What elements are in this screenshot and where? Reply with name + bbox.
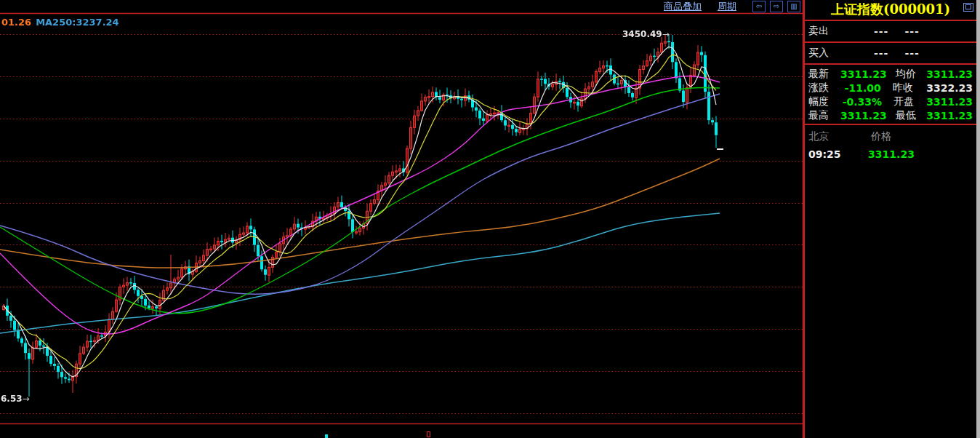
tape-price-header: 价格: [871, 130, 891, 143]
trading-app-window: 商品叠加 周期 ⇦ ⇨ ▥ 01.26MA250:3237.24 3450.49…: [0, 0, 980, 438]
sell-row: 卖出 --- ---: [805, 21, 976, 43]
open-label: 开盘: [893, 95, 926, 108]
split-window-icon[interactable]: ▥: [787, 1, 800, 12]
low-label: 最低: [896, 109, 926, 122]
open-value: 3311.23: [926, 96, 973, 108]
latest-value: 3311.23: [840, 68, 884, 80]
avg-price-value: 3311.23: [926, 68, 973, 80]
buy-value-1: ---: [874, 47, 888, 59]
buy-row: 买入 --- ---: [805, 43, 976, 65]
forward-arrow-icon[interactable]: ⇨: [770, 1, 783, 12]
tape-city-header: 北京: [808, 130, 871, 143]
window-edge-scrollbar[interactable]: [976, 0, 980, 438]
period-link[interactable]: 周期: [718, 0, 736, 13]
trough-price-label: 6.53→: [1, 394, 30, 404]
overlay-link[interactable]: 商品叠加: [664, 0, 702, 13]
maximize-icon[interactable]: [963, 3, 973, 12]
back-arrow-icon[interactable]: ⇦: [752, 1, 766, 12]
peak-price-label: 3450.49→: [622, 29, 670, 39]
quote-row: 最高 3311.23 最低 3311.23: [808, 108, 973, 122]
high-label: 最高: [808, 109, 840, 122]
instrument-title: 上证指数(000001): [805, 0, 976, 21]
tape-price: 3311.23: [862, 148, 920, 160]
change-value: -11.00: [843, 82, 881, 94]
sell-value-1: ---: [874, 25, 888, 37]
chart-toolbar: 商品叠加 周期 ⇦ ⇨ ▥: [0, 0, 803, 12]
low-value: 3311.23: [926, 110, 973, 122]
ma-indicator-readout: 01.26MA250:3237.24: [1, 17, 119, 28]
prev-close-value: 3322.23: [926, 82, 973, 94]
prev-close-label: 昨收: [893, 81, 926, 95]
ma250-value: MA250:3237.24: [36, 17, 119, 28]
sell-label: 卖出: [808, 25, 829, 38]
high-value: 3311.23: [840, 110, 884, 122]
trough-arrow-icon: →: [23, 394, 30, 404]
tape-header: 北京 价格: [805, 125, 976, 145]
range-label: 幅度: [808, 95, 843, 108]
quote-grid: 最新 3311.23 均价 3311.23 涨跌 -11.00 昨收 3322.…: [805, 65, 976, 125]
range-value: -0.33%: [843, 96, 882, 108]
kline-chart-canvas[interactable]: [0, 0, 803, 438]
quote-panel: 上证指数(000001) 卖出 --- --- 买入 --- --- 最新 33…: [805, 0, 976, 438]
tape-row: 09:25 3311.23: [805, 145, 976, 164]
quote-row: 涨跌 -11.00 昨收 3322.23: [808, 81, 973, 95]
quote-row: 幅度 -0.33% 开盘 3311.23: [808, 95, 973, 108]
change-label: 涨跌: [808, 81, 843, 95]
buy-value-2: ---: [904, 47, 919, 59]
avg-price-label: 均价: [896, 68, 926, 81]
latest-label: 最新: [808, 68, 840, 81]
sell-value-2: ---: [904, 25, 919, 37]
quote-row: 最新 3311.23 均价 3311.23: [808, 67, 973, 81]
ma120-value-partial: 01.26: [1, 17, 31, 28]
tape-time: 09:25: [808, 148, 852, 160]
buy-label: 买入: [808, 47, 829, 60]
peak-arrow-icon: →: [662, 29, 670, 39]
